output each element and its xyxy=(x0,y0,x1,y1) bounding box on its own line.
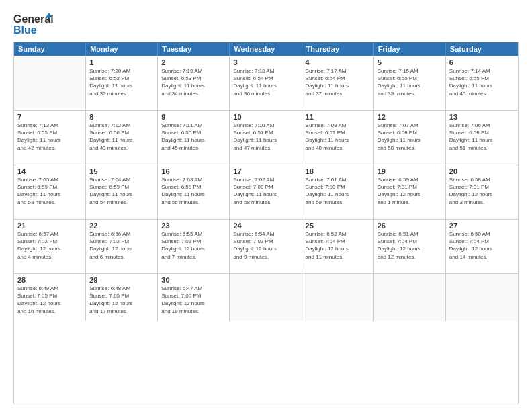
cal-cell: 1Sunrise: 7:20 AMSunset: 6:53 PMDaylight… xyxy=(86,56,158,110)
day-info: Sunrise: 7:10 AMSunset: 6:57 PMDaylight:… xyxy=(233,122,298,152)
cal-cell: 16Sunrise: 7:03 AMSunset: 6:59 PMDayligh… xyxy=(158,165,230,219)
day-info: Sunrise: 7:15 AMSunset: 6:55 PMDaylight:… xyxy=(378,67,442,97)
day-info: Sunrise: 7:13 AMSunset: 6:55 PMDaylight:… xyxy=(17,122,82,152)
calendar-body: 1Sunrise: 7:20 AMSunset: 6:53 PMDaylight… xyxy=(14,56,518,321)
day-info: Sunrise: 7:11 AMSunset: 6:56 PMDaylight:… xyxy=(161,122,226,152)
day-number: 10 xyxy=(233,113,298,121)
day-number: 24 xyxy=(233,222,298,230)
day-info: Sunrise: 7:17 AMSunset: 6:54 PMDaylight:… xyxy=(306,67,370,97)
cal-cell: 25Sunrise: 6:52 AMSunset: 7:04 PMDayligh… xyxy=(302,220,374,273)
cal-cell: 30Sunrise: 6:47 AMSunset: 7:06 PMDayligh… xyxy=(158,274,230,321)
day-number: 28 xyxy=(17,276,82,284)
calendar-header-row: SundayMondayTuesdayWednesdayThursdayFrid… xyxy=(14,42,518,56)
cal-row: 7Sunrise: 7:13 AMSunset: 6:55 PMDaylight… xyxy=(14,110,518,165)
day-number: 17 xyxy=(233,167,298,175)
day-number: 2 xyxy=(161,58,226,66)
cal-row: 1Sunrise: 7:20 AMSunset: 6:53 PMDaylight… xyxy=(14,56,518,110)
cal-cell: 9Sunrise: 7:11 AMSunset: 6:56 PMDaylight… xyxy=(158,111,230,165)
day-number: 29 xyxy=(89,276,154,284)
cal-cell: 20Sunrise: 6:58 AMSunset: 7:01 PMDayligh… xyxy=(446,165,518,219)
cal-cell: 22Sunrise: 6:56 AMSunset: 7:02 PMDayligh… xyxy=(86,220,158,273)
day-number: 1 xyxy=(89,58,154,66)
day-info: Sunrise: 6:48 AMSunset: 7:05 PMDaylight:… xyxy=(89,285,154,315)
svg-text:Blue: Blue xyxy=(13,24,37,36)
day-number: 26 xyxy=(378,222,442,230)
cal-header-cell: Monday xyxy=(86,42,158,56)
cal-cell: 2Sunrise: 7:19 AMSunset: 6:53 PMDaylight… xyxy=(158,56,230,110)
day-info: Sunrise: 7:14 AMSunset: 6:55 PMDaylight:… xyxy=(449,67,515,97)
cal-cell: 24Sunrise: 6:54 AMSunset: 7:03 PMDayligh… xyxy=(230,220,302,273)
day-number: 19 xyxy=(378,167,442,175)
cal-header-cell: Thursday xyxy=(302,42,374,56)
cal-cell: 14Sunrise: 7:05 AMSunset: 6:59 PMDayligh… xyxy=(14,165,86,219)
day-info: Sunrise: 6:51 AMSunset: 7:04 PMDaylight:… xyxy=(378,230,442,261)
cal-cell: 18Sunrise: 7:01 AMSunset: 7:00 PMDayligh… xyxy=(302,165,374,219)
cal-cell: 19Sunrise: 6:59 AMSunset: 7:01 PMDayligh… xyxy=(374,165,446,219)
day-number: 27 xyxy=(449,222,515,230)
cal-cell xyxy=(14,56,86,110)
day-number: 16 xyxy=(161,167,226,175)
day-info: Sunrise: 6:54 AMSunset: 7:03 PMDaylight:… xyxy=(233,230,298,261)
page: GeneralBlue SundayMondayTuesdayWednesday… xyxy=(0,0,532,411)
cal-row: 14Sunrise: 7:05 AMSunset: 6:59 PMDayligh… xyxy=(14,165,518,219)
day-info: Sunrise: 7:19 AMSunset: 6:53 PMDaylight:… xyxy=(161,67,226,97)
day-number: 15 xyxy=(89,167,154,175)
cal-header-cell: Sunday xyxy=(14,42,86,56)
cal-cell xyxy=(302,274,374,321)
day-number: 4 xyxy=(306,58,370,66)
cal-cell: 23Sunrise: 6:55 AMSunset: 7:03 PMDayligh… xyxy=(158,220,230,273)
cal-cell xyxy=(230,274,302,321)
cal-cell: 3Sunrise: 7:18 AMSunset: 6:54 PMDaylight… xyxy=(230,56,302,110)
cal-cell xyxy=(446,274,518,321)
day-info: Sunrise: 6:56 AMSunset: 7:02 PMDaylight:… xyxy=(89,230,154,261)
day-info: Sunrise: 6:58 AMSunset: 7:01 PMDaylight:… xyxy=(449,176,515,206)
cal-cell: 29Sunrise: 6:48 AMSunset: 7:05 PMDayligh… xyxy=(86,274,158,321)
day-number: 18 xyxy=(306,167,370,175)
cal-header-cell: Friday xyxy=(374,42,446,56)
cal-cell: 13Sunrise: 7:06 AMSunset: 6:58 PMDayligh… xyxy=(446,111,518,165)
cal-header-cell: Tuesday xyxy=(158,42,230,56)
day-info: Sunrise: 7:12 AMSunset: 6:56 PMDaylight:… xyxy=(89,122,154,152)
day-number: 9 xyxy=(161,113,226,121)
day-info: Sunrise: 6:59 AMSunset: 7:01 PMDaylight:… xyxy=(378,176,442,206)
day-info: Sunrise: 6:57 AMSunset: 7:02 PMDaylight:… xyxy=(17,230,82,261)
cal-header-cell: Wednesday xyxy=(230,42,302,56)
cal-cell: 15Sunrise: 7:04 AMSunset: 6:59 PMDayligh… xyxy=(86,165,158,219)
cal-cell: 11Sunrise: 7:09 AMSunset: 6:57 PMDayligh… xyxy=(302,111,374,165)
day-number: 5 xyxy=(378,58,442,66)
day-info: Sunrise: 6:49 AMSunset: 7:05 PMDaylight:… xyxy=(17,285,82,315)
day-info: Sunrise: 7:03 AMSunset: 6:59 PMDaylight:… xyxy=(161,176,226,206)
day-number: 23 xyxy=(161,222,226,230)
day-number: 22 xyxy=(89,222,154,230)
day-number: 13 xyxy=(449,113,515,121)
logo-svg: GeneralBlue xyxy=(13,12,54,36)
cal-cell: 28Sunrise: 6:49 AMSunset: 7:05 PMDayligh… xyxy=(14,274,86,321)
cal-cell: 7Sunrise: 7:13 AMSunset: 6:55 PMDaylight… xyxy=(14,111,86,165)
day-info: Sunrise: 7:04 AMSunset: 6:59 PMDaylight:… xyxy=(89,176,154,206)
cal-cell: 6Sunrise: 7:14 AMSunset: 6:55 PMDaylight… xyxy=(446,56,518,110)
cal-cell: 8Sunrise: 7:12 AMSunset: 6:56 PMDaylight… xyxy=(86,111,158,165)
day-number: 12 xyxy=(378,113,442,121)
calendar: SundayMondayTuesdayWednesdayThursdayFrid… xyxy=(13,42,519,404)
cal-cell: 27Sunrise: 6:50 AMSunset: 7:04 PMDayligh… xyxy=(446,220,518,273)
day-number: 14 xyxy=(17,167,82,175)
day-info: Sunrise: 7:18 AMSunset: 6:54 PMDaylight:… xyxy=(233,67,298,97)
day-number: 21 xyxy=(17,222,82,230)
cal-cell: 10Sunrise: 7:10 AMSunset: 6:57 PMDayligh… xyxy=(230,111,302,165)
day-number: 30 xyxy=(161,276,226,284)
day-info: Sunrise: 6:47 AMSunset: 7:06 PMDaylight:… xyxy=(161,285,226,315)
cal-cell: 17Sunrise: 7:02 AMSunset: 7:00 PMDayligh… xyxy=(230,165,302,219)
cal-row: 21Sunrise: 6:57 AMSunset: 7:02 PMDayligh… xyxy=(14,219,518,273)
day-number: 7 xyxy=(17,113,82,121)
day-info: Sunrise: 6:55 AMSunset: 7:03 PMDaylight:… xyxy=(161,230,226,261)
logo: GeneralBlue xyxy=(13,12,54,36)
header: GeneralBlue xyxy=(13,12,519,36)
day-info: Sunrise: 7:07 AMSunset: 6:58 PMDaylight:… xyxy=(378,122,442,152)
day-number: 20 xyxy=(449,167,515,175)
day-number: 6 xyxy=(449,58,515,66)
day-number: 3 xyxy=(233,58,298,66)
cal-cell: 21Sunrise: 6:57 AMSunset: 7:02 PMDayligh… xyxy=(14,220,86,273)
day-number: 11 xyxy=(306,113,370,121)
day-number: 8 xyxy=(89,113,154,121)
day-info: Sunrise: 7:09 AMSunset: 6:57 PMDaylight:… xyxy=(306,122,370,152)
